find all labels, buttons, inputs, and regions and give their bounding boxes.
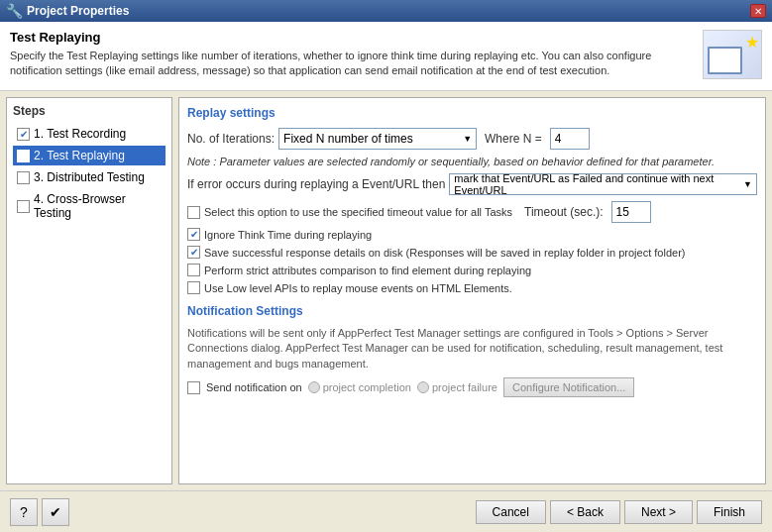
iterations-row: No. of Iterations: Fixed N number of tim… bbox=[187, 128, 757, 150]
send-notification-label: Send notification on bbox=[206, 381, 302, 393]
chevron-down-icon: ▼ bbox=[463, 134, 472, 144]
step-3-label: 3. Distributed Testing bbox=[34, 170, 145, 184]
where-n-label: Where N = bbox=[485, 132, 542, 146]
help-button[interactable]: ? bbox=[10, 498, 38, 526]
main-container: Test Replaying Specify the Test Replayin… bbox=[0, 22, 772, 532]
low-level-checkbox-row: Use Low level APIs to replay mouse event… bbox=[187, 281, 757, 294]
timeout-sec-label: Timeout (sec.): bbox=[524, 205, 604, 219]
notification-description: Notifications will be sent only if AppPe… bbox=[187, 326, 757, 372]
radio-completion-label: project completion bbox=[323, 381, 411, 393]
step-2-label: 2. Test Replaying bbox=[34, 149, 125, 162]
radio-completion-icon bbox=[308, 381, 320, 393]
close-button[interactable]: ✕ bbox=[750, 4, 766, 18]
timeout-label: Select this option to use the specified … bbox=[204, 206, 512, 218]
header-text: Test Replaying Specify the Test Replayin… bbox=[10, 30, 693, 79]
chevron-down-icon-2: ▼ bbox=[743, 179, 752, 189]
next-button[interactable]: Next > bbox=[624, 500, 693, 524]
header-image: ★ bbox=[703, 30, 762, 79]
back-button[interactable]: < Back bbox=[550, 500, 620, 524]
save-response-checkbox[interactable]: ✔ bbox=[187, 246, 200, 259]
step-4-label: 4. Cross-Browser Testing bbox=[34, 192, 162, 220]
titlebar-title: Project Properties bbox=[27, 4, 746, 18]
timeout-checkbox[interactable] bbox=[187, 206, 200, 219]
error-row: If error occurs during replaying a Event… bbox=[187, 173, 757, 195]
footer-left: ? ✔ bbox=[10, 498, 69, 526]
save-response-label: Save successful response details on disk… bbox=[204, 247, 685, 259]
where-n-group: Where N = bbox=[485, 128, 590, 150]
sidebar-item-cross-browser-testing[interactable]: 4. Cross-Browser Testing bbox=[13, 189, 165, 223]
steps-panel: Steps ✔ 1. Test Recording ✔ 2. Test Repl… bbox=[6, 97, 172, 484]
low-level-checkbox[interactable] bbox=[187, 281, 200, 294]
error-label: If error occurs during replaying a Event… bbox=[187, 177, 445, 191]
sidebar-item-test-replaying[interactable]: ✔ 2. Test Replaying bbox=[13, 146, 165, 165]
cancel-button[interactable]: Cancel bbox=[476, 500, 546, 524]
replay-section-title: Replay settings bbox=[187, 106, 757, 120]
think-time-checkbox-row: ✔ Ignore Think Time during replaying bbox=[187, 228, 757, 241]
project-failure-radio[interactable]: project failure bbox=[417, 381, 497, 393]
titlebar: 🔧 Project Properties ✕ bbox=[0, 0, 772, 22]
step-2-checkbox: ✔ bbox=[17, 150, 30, 162]
header-description: Specify the Test Replaying settings like… bbox=[10, 49, 693, 79]
finish-button[interactable]: Finish bbox=[697, 500, 762, 524]
content-area: Steps ✔ 1. Test Recording ✔ 2. Test Repl… bbox=[0, 91, 772, 490]
send-notification-checkbox[interactable] bbox=[187, 381, 200, 394]
strict-attr-checkbox[interactable] bbox=[187, 264, 200, 276]
sidebar-item-test-recording[interactable]: ✔ 1. Test Recording bbox=[13, 124, 165, 144]
where-n-input[interactable] bbox=[550, 128, 590, 150]
timeout-input[interactable] bbox=[611, 201, 651, 223]
replay-panel: Replay settings No. of Iterations: Fixed… bbox=[178, 97, 766, 484]
timeout-checkbox-row: Select this option to use the specified … bbox=[187, 201, 757, 223]
iterations-label: No. of Iterations: bbox=[187, 132, 275, 146]
radio-failure-icon bbox=[417, 381, 429, 393]
notification-section: Notification Settings Notifications will… bbox=[187, 304, 757, 397]
radio-failure-label: project failure bbox=[432, 381, 497, 393]
page-title: Test Replaying bbox=[10, 30, 693, 45]
footer: ? ✔ Cancel < Back Next > Finish bbox=[0, 490, 772, 532]
footer-right: Cancel < Back Next > Finish bbox=[476, 500, 762, 524]
star-icon: ★ bbox=[745, 33, 759, 52]
notification-section-title: Notification Settings bbox=[187, 304, 757, 318]
step-1-label: 1. Test Recording bbox=[34, 127, 126, 141]
header-area: Test Replaying Specify the Test Replayin… bbox=[0, 22, 772, 91]
iterations-select[interactable]: Fixed N number of times ▼ bbox=[278, 128, 477, 150]
sidebar-item-distributed-testing[interactable]: 3. Distributed Testing bbox=[13, 167, 165, 187]
notification-row: Send notification on project completion … bbox=[187, 377, 757, 397]
steps-title: Steps bbox=[13, 104, 165, 118]
low-level-label: Use Low level APIs to replay mouse event… bbox=[204, 282, 512, 294]
project-completion-radio[interactable]: project completion bbox=[308, 381, 411, 393]
save-response-checkbox-row: ✔ Save successful response details on di… bbox=[187, 246, 757, 259]
titlebar-icon: 🔧 bbox=[6, 3, 23, 19]
strict-attr-checkbox-row: Perform strict attributes comparison to … bbox=[187, 264, 757, 276]
strict-attr-label: Perform strict attributes comparison to … bbox=[204, 265, 531, 276]
note-text: Note : Parameter values are selected ran… bbox=[187, 156, 757, 167]
step-3-checkbox bbox=[17, 171, 30, 184]
think-time-checkbox[interactable]: ✔ bbox=[187, 228, 200, 241]
info-button[interactable]: ✔ bbox=[42, 498, 69, 526]
step-1-checkbox: ✔ bbox=[17, 128, 30, 141]
error-select[interactable]: mark that Event/URL as Failed and contin… bbox=[449, 173, 757, 195]
window-icon bbox=[708, 47, 742, 74]
step-4-checkbox bbox=[17, 200, 30, 213]
configure-notification-button[interactable]: Configure Notification... bbox=[503, 377, 634, 397]
think-time-label: Ignore Think Time during replaying bbox=[204, 229, 372, 241]
